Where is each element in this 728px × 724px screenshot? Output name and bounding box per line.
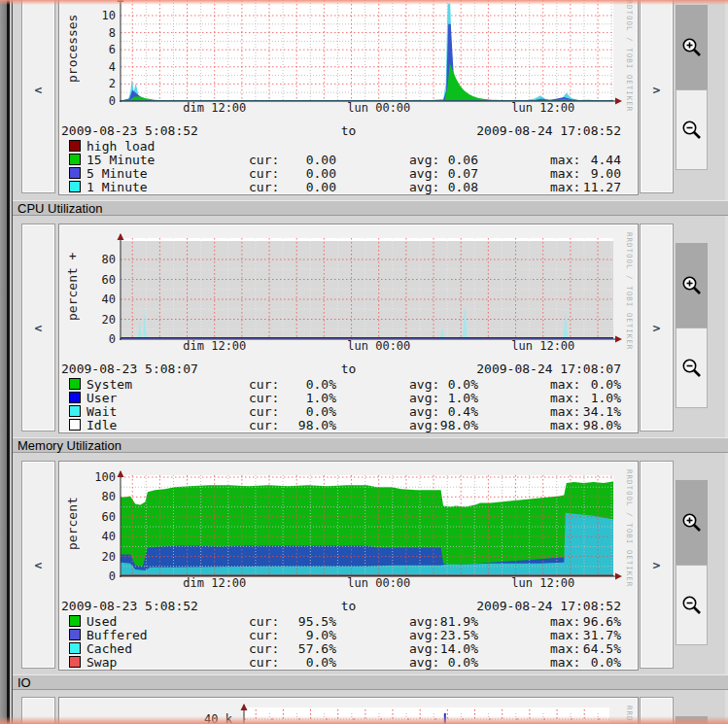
legend-row: Idlecur:98.0%avg:98.0%max:98.0% <box>59 418 638 431</box>
legend-label: 15 Minute <box>87 153 155 167</box>
legend-row: 15 Minutecur:0.00avg:0.06max:4.44 <box>59 153 638 166</box>
stat-avg-label: avg: <box>409 628 439 642</box>
top-edge-glow <box>0 0 728 5</box>
x-tick-label: lun 12:00 <box>511 576 574 590</box>
zoom-in-button[interactable] <box>676 243 708 328</box>
legend-row: 1 Minutecur:0.00avg:0.08max:11.27 <box>59 180 638 193</box>
stat-max-value: 11.27 <box>581 180 621 194</box>
magnifier-minus-icon <box>680 119 704 142</box>
stat-cur-label: cur: <box>249 180 279 194</box>
next-button[interactable]: > <box>640 0 674 193</box>
y-tick-label: 0 <box>109 569 116 583</box>
stat-cur-value: 0.0% <box>296 655 336 670</box>
y-tick-label: 60 <box>102 273 116 287</box>
stat-avg-value: 0.08 <box>438 180 478 194</box>
magnifier-minus-icon <box>680 357 704 380</box>
prev-button[interactable]: < <box>21 461 55 669</box>
legend-swatch <box>69 419 81 431</box>
next-button[interactable]: > <box>640 224 674 431</box>
y-tick-label: 60 <box>102 510 116 524</box>
zoom-in-button[interactable] <box>676 480 708 565</box>
legend-label: high load <box>87 139 155 154</box>
stat-cur-value: 0.00 <box>296 153 336 167</box>
legend-row: Bufferedcur:9.0%avg:23.5%max:31.7% <box>59 628 638 641</box>
section-title: Memory Utilization <box>17 438 121 453</box>
y-tick-label: 80 <box>102 490 116 503</box>
x-tick-label: lun 12:00 <box>511 339 574 353</box>
magnifier-plus-icon <box>680 36 704 59</box>
x-tick-label: lun 00:00 <box>347 339 410 353</box>
stat-cur-value: 95.5% <box>296 614 336 629</box>
y-axis-label: percent + <box>65 238 80 335</box>
legend-swatch <box>69 378 81 390</box>
magnifier-plus-icon <box>680 274 704 297</box>
legend-swatch <box>69 167 81 179</box>
stat-max-label: max: <box>550 628 580 642</box>
app-window: <0246810dim 12:00lun 00:00lun 12:00proce… <box>0 0 728 724</box>
date-row: 2009-08-23 5:08:07to2009-08-24 17:08:07 <box>59 362 638 375</box>
zoom-controls <box>676 220 708 435</box>
stat-max-label: max: <box>550 418 580 432</box>
y-tick-label: 40 <box>102 530 116 543</box>
stat-max-label: max: <box>550 180 580 194</box>
y-tick-label: 0 <box>109 94 116 108</box>
legend-row: high load <box>59 139 638 153</box>
stat-avg-value: 0.07 <box>438 166 478 181</box>
stat-avg-label: avg: <box>409 614 439 629</box>
x-axis-arrow-icon <box>615 336 622 343</box>
x-tick-label: lun 00:00 <box>347 101 410 115</box>
stat-cur-value: 1.0% <box>296 391 336 405</box>
y-tick-label: 4 <box>109 60 116 74</box>
zoom-out-button[interactable] <box>676 565 708 645</box>
stat-avg-label: avg: <box>409 153 439 167</box>
stat-max-value: 4.44 <box>581 153 621 167</box>
legend-swatch <box>69 392 81 403</box>
date-end: 2009-08-24 17:08:52 <box>476 123 621 138</box>
section-title: IO <box>17 675 31 690</box>
next-button[interactable]: > <box>640 461 674 669</box>
zoom-in-button[interactable] <box>676 5 708 89</box>
graph-image: 020406080dim 12:00lun 00:00lun 12:00perc… <box>58 224 639 433</box>
y-tick-label: 10 <box>102 9 116 22</box>
graph-panel-load: <0246810dim 12:00lun 00:00lun 12:00proce… <box>13 0 728 197</box>
stat-avg-value: 0.0% <box>438 377 478 392</box>
legend-label: Buffered <box>87 628 148 642</box>
date-end: 2009-08-24 17:08:07 <box>476 362 621 376</box>
legend-swatch <box>69 181 81 192</box>
zoom-out-button[interactable] <box>676 89 708 170</box>
magnifier-minus-icon <box>680 594 704 617</box>
prev-button[interactable]: < <box>21 224 55 431</box>
y-tick-label: 6 <box>109 43 116 56</box>
chart-svg-memory: 020406080100dim 12:00lun 00:00lun 12:00 <box>59 465 638 597</box>
legend-swatch <box>69 615 81 627</box>
x-tick-label: dim 12:00 <box>183 339 246 353</box>
stat-avg-label: avg: <box>409 166 439 181</box>
legend-label: Used <box>87 614 117 629</box>
stat-cur-value: 9.0% <box>296 628 336 642</box>
stat-cur-value: 98.0% <box>296 418 336 432</box>
stat-avg-label: avg: <box>409 377 439 392</box>
stat-avg-value: 0.06 <box>438 153 478 167</box>
stat-max-label: max: <box>550 404 580 419</box>
legend-row: Usedcur:95.5%avg:81.9%max:96.6% <box>59 614 638 628</box>
stat-cur-label: cur: <box>249 655 279 670</box>
stat-max-value: 0.0% <box>581 655 621 670</box>
stat-max-value: 34.1% <box>581 404 621 419</box>
stat-cur-label: cur: <box>249 628 279 642</box>
prev-button[interactable]: < <box>21 0 55 193</box>
stat-avg-value: 81.9% <box>438 614 478 629</box>
stat-avg-label: avg: <box>409 180 439 194</box>
graph-image: 020406080100dim 12:00lun 00:00lun 12:00p… <box>58 461 639 671</box>
y-tick-label: 40 <box>102 293 116 306</box>
magnifier-plus-icon <box>680 511 704 534</box>
stat-avg-value: 23.5% <box>438 628 478 642</box>
stat-cur-label: cur: <box>249 153 279 167</box>
stat-avg-value: 0.4% <box>438 404 478 419</box>
stat-cur-label: cur: <box>249 391 279 405</box>
stat-cur-value: 57.6% <box>296 641 336 656</box>
chart-svg-cpu: 020406080dim 12:00lun 00:00lun 12:00 <box>59 228 638 360</box>
stat-max-value: 96.6% <box>581 614 621 629</box>
section-title: CPU Utilization <box>17 201 102 216</box>
legend-row: Usercur:1.0%avg:1.0%max:1.0% <box>59 391 638 404</box>
zoom-out-button[interactable] <box>676 328 708 408</box>
